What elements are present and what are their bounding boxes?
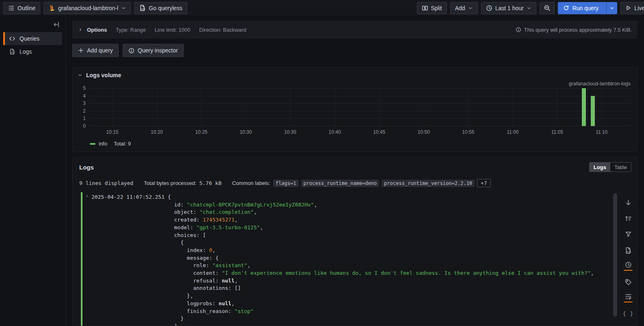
code-brackets-icon — [9, 35, 15, 42]
x-tick-label: 10:55 — [462, 129, 474, 135]
sort-oldest-first-button[interactable] — [622, 211, 635, 226]
view-toggle-table[interactable]: Table — [610, 163, 631, 172]
options-type: Type: Range — [116, 27, 146, 33]
toolbar-right-group: Split Add Last 1 hour — [417, 2, 644, 14]
outline-button[interactable]: Outline — [3, 2, 40, 14]
gridline-v — [201, 88, 202, 126]
chevron-down-icon — [468, 6, 473, 11]
add-dropdown-button[interactable]: Add — [450, 2, 478, 14]
run-query-button[interactable]: Run query — [558, 2, 618, 14]
chevron-down-icon — [609, 6, 614, 11]
query-process-note: This query will process approximately 7.… — [524, 27, 632, 33]
chevron-down-icon — [78, 73, 82, 78]
show-time-button[interactable] — [622, 258, 635, 274]
x-tick-label: 10:15 — [106, 129, 119, 135]
log-line: } — [91, 315, 605, 323]
run-query-caret[interactable] — [606, 2, 617, 14]
wrap-lines-button[interactable] — [622, 290, 635, 306]
zoom-out-button[interactable] — [540, 2, 555, 14]
logs-volume-header[interactable]: Logs volume — [78, 72, 631, 78]
legend-swatch-info[interactable] — [90, 143, 95, 145]
gridline-v — [113, 88, 113, 126]
live-button[interactable]: Live — [620, 2, 644, 14]
log-row[interactable]: › 2025-04-22 11:07:52.251 { id: "chatcmp… — [81, 192, 605, 326]
filter-levels-button[interactable] — [622, 226, 635, 242]
chart-x-axis: 10:1510:2010:2510:3010:3510:4010:4510:50… — [89, 128, 631, 137]
add-query-button[interactable]: Add query — [72, 44, 119, 57]
gridline-v — [290, 88, 291, 126]
time-range-label: Last 1 hour — [495, 5, 524, 11]
logs-volume-title: Logs volume — [86, 72, 121, 78]
go-queryless-label: Go queryless — [149, 5, 182, 11]
chevron-down-icon — [527, 6, 531, 11]
log-line: index: 0, — [91, 247, 605, 254]
split-panes-icon — [422, 5, 428, 11]
time-range-picker[interactable]: Last 1 hour — [481, 2, 536, 14]
active-indicator — [624, 302, 633, 302]
filter-funnel-icon — [625, 231, 632, 238]
clock-icon — [625, 261, 632, 268]
lines-displayed: 9 lines displayed — [79, 180, 133, 186]
volume-bar[interactable] — [591, 96, 595, 126]
split-label: Split — [431, 5, 442, 11]
run-query-main[interactable]: Run query — [558, 2, 604, 14]
legend-label[interactable]: info — [99, 141, 107, 147]
logs-volume-chart: grafanacloud-lambtron-logs 543210 10:151… — [78, 81, 631, 147]
collapse-sidebar-icon[interactable] — [53, 21, 60, 28]
prettify-json-button[interactable]: { } — [622, 306, 635, 322]
scroll-to-bottom-button[interactable] — [622, 195, 635, 211]
logs-meta-row: 9 lines displayed Total bytes processed:… — [79, 179, 637, 187]
svg-text:LOG: LOG — [141, 8, 145, 10]
logs-volume-panel: Logs volume grafanacloud-lambtron-logs 5… — [72, 67, 637, 152]
logs-view-toggle: Logs Table — [589, 162, 631, 172]
expand-log-caret-icon[interactable]: › — [86, 193, 89, 199]
gridline-v — [602, 88, 602, 126]
sort-order-icon — [625, 215, 632, 222]
chevron-down-icon — [121, 6, 126, 11]
options-toggle[interactable]: Options — [78, 27, 107, 33]
log-line: logprobs: null, — [91, 300, 605, 308]
go-queryless-button[interactable]: LOG Go queryless — [134, 2, 187, 14]
gridline-v — [379, 88, 379, 126]
log-line: finish_reason: "stop" — [91, 308, 605, 315]
query-options-row: Options Type: Range Line limit: 1000 Dir… — [72, 21, 637, 39]
sidebar-item-label: Queries — [20, 35, 39, 42]
play-icon — [625, 5, 631, 11]
log-line: ], — [91, 323, 605, 326]
clock-icon — [486, 5, 492, 11]
view-toggle-logs[interactable]: Logs — [590, 163, 610, 172]
log-line: }, — [91, 292, 605, 300]
deduplication-button[interactable]: LOG — [622, 242, 635, 258]
datasource-picker[interactable]: grafanacloud-lambtron-logs — [43, 2, 131, 14]
logs-volume-plot[interactable]: 543210 — [89, 88, 631, 126]
log-line: role: "assistant", — [91, 262, 605, 269]
label-chip: flags=1 — [273, 180, 299, 187]
chevron-right-icon — [78, 27, 83, 32]
scrollbar-thumb[interactable] — [613, 193, 617, 317]
log-line: refusal: null, — [91, 277, 605, 285]
refresh-icon — [563, 5, 569, 11]
logs-scrollbar[interactable] — [613, 193, 618, 322]
gridline-h — [89, 96, 631, 96]
split-button[interactable]: Split — [417, 2, 447, 14]
svg-text:LOG: LOG — [11, 52, 15, 54]
logs-header: Logs Logs Table — [79, 162, 637, 172]
gridline-v — [157, 88, 157, 126]
sidebar-item-queries[interactable]: Queries — [3, 32, 62, 45]
sidebar-item-logs[interactable]: LOG Logs — [3, 45, 62, 58]
x-tick-label: 11:00 — [507, 129, 518, 135]
svg-text:LOG: LOG — [627, 250, 631, 252]
log-line: created: 1745345271, — [91, 216, 605, 224]
gridline-v — [335, 88, 335, 126]
query-inspector-button[interactable]: Query inspector — [123, 44, 184, 57]
volume-bar[interactable] — [582, 88, 586, 126]
unique-labels-button[interactable] — [622, 274, 635, 290]
log-line: object: "chat.completion", — [91, 209, 605, 216]
query-actions-row: Add query Query inspector — [72, 44, 637, 57]
y-tick-label: 0 — [78, 123, 86, 129]
query-inspector-label: Query inspector — [138, 47, 178, 54]
more-labels-badge[interactable]: +7 — [477, 179, 491, 187]
common-labels-label: Common labels: — [232, 180, 270, 186]
y-tick-label: 2 — [78, 108, 86, 114]
add-label: Add — [455, 5, 465, 11]
